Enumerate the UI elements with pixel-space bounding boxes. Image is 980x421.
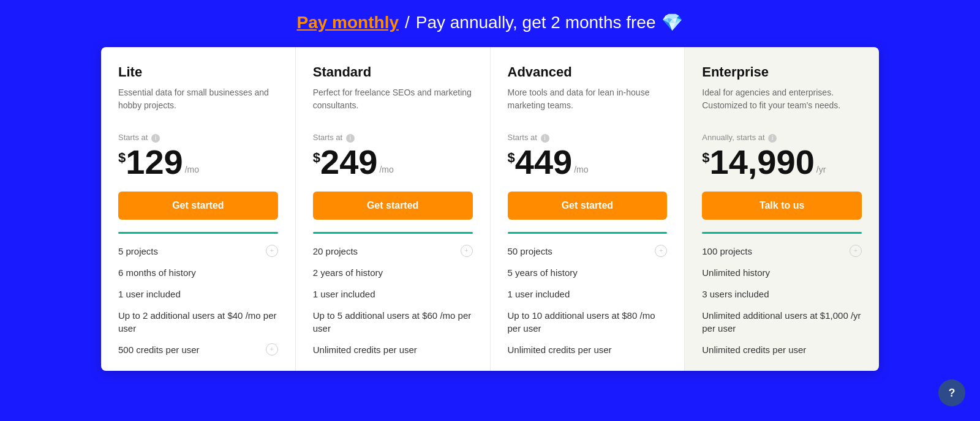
cta-button-lite[interactable]: Get started (118, 192, 278, 220)
plan-card-advanced: Advanced More tools and data for lean in… (491, 47, 685, 371)
help-button[interactable]: ? (938, 379, 965, 406)
plan-name: Advanced (508, 64, 668, 80)
price-period: /mo (185, 165, 199, 174)
price-info-icon[interactable]: i (346, 134, 355, 143)
plan-description: More tools and data for lean in-house ma… (508, 86, 668, 123)
feature-item: Unlimited credits per user (508, 343, 668, 356)
price-amount: 449 (515, 145, 572, 179)
feature-item: Up to 2 additional users at $40 /mo per … (118, 309, 278, 335)
feature-text: Up to 2 additional users at $40 /mo per … (118, 309, 278, 335)
feature-item: Unlimited credits per user (702, 343, 862, 356)
feature-text: Unlimited credits per user (702, 343, 862, 356)
feature-list: 50 projects + 5 years of history 1 user … (508, 245, 668, 356)
feature-text: Unlimited additional users at $1,000 /yr… (702, 309, 862, 335)
feature-item: 500 credits per user + (118, 343, 278, 356)
feature-text: Unlimited credits per user (508, 343, 668, 356)
feature-text: 1 user included (313, 288, 473, 300)
starts-at-label: Starts at i (118, 133, 278, 143)
starts-at-label: Starts at i (313, 133, 473, 143)
feature-info-icon[interactable]: + (266, 343, 278, 356)
pay-annually-link[interactable]: Pay annually, get 2 months free (416, 13, 656, 32)
feature-item: Unlimited credits per user (313, 343, 473, 356)
plan-name: Enterprise (702, 64, 862, 80)
feature-text: 2 years of history (313, 266, 473, 279)
price-info-icon[interactable]: i (541, 134, 549, 143)
starts-at-label: Annually, starts at i (702, 133, 862, 143)
feature-item: 5 years of history (508, 266, 668, 279)
header-separator: / (405, 13, 410, 32)
feature-text: 50 projects (508, 245, 650, 258)
feature-text: Up to 10 additional users at $80 /mo per… (508, 309, 668, 335)
feature-item: Unlimited additional users at $1,000 /yr… (702, 309, 862, 335)
price-dollar: $ (118, 150, 126, 166)
feature-info-icon[interactable]: + (266, 245, 278, 257)
feature-list: 20 projects + 2 years of history 1 user … (313, 245, 473, 356)
feature-text: Unlimited history (702, 266, 862, 279)
feature-text: 100 projects (702, 245, 845, 258)
plan-description: Perfect for freelance SEOs and marketing… (313, 86, 473, 123)
feature-item: 1 user included (313, 288, 473, 300)
feature-item: 6 months of history (118, 266, 278, 279)
feature-info-icon[interactable]: + (655, 245, 667, 257)
divider-bar (508, 232, 668, 234)
price-dollar: $ (508, 150, 515, 166)
feature-item: 1 user included (118, 288, 278, 300)
plan-description: Essential data for small businesses and … (118, 86, 278, 123)
price-amount: 249 (320, 145, 377, 179)
price-row: $ 249 /mo (313, 145, 473, 179)
price-dollar: $ (702, 150, 709, 166)
feature-text: Unlimited credits per user (313, 343, 473, 356)
cta-button-advanced[interactable]: Get started (508, 192, 668, 220)
price-row: $ 14,990 /yr (702, 145, 862, 179)
price-row: $ 129 /mo (118, 145, 278, 179)
divider-bar (702, 232, 862, 234)
plan-card-enterprise: Enterprise Ideal for agencies and enterp… (685, 47, 879, 371)
plan-card-lite: Lite Essential data for small businesses… (101, 47, 296, 371)
feature-item: 5 projects + (118, 245, 278, 258)
price-info-icon[interactable]: i (768, 134, 777, 143)
price-period: /yr (816, 165, 826, 174)
feature-item: 2 years of history (313, 266, 473, 279)
feature-item: 1 user included (508, 288, 668, 300)
feature-item: Up to 5 additional users at $60 /mo per … (313, 309, 473, 335)
price-info-icon[interactable]: i (151, 134, 160, 143)
feature-item: 100 projects + (702, 245, 862, 258)
diamond-icon: 💎 (662, 12, 683, 32)
price-dollar: $ (313, 150, 320, 166)
plan-description: Ideal for agencies and enterprises. Cust… (702, 86, 862, 123)
price-period: /mo (574, 165, 588, 174)
price-amount: 14,990 (710, 145, 815, 179)
feature-text: 1 user included (118, 288, 278, 300)
feature-text: 6 months of history (118, 266, 278, 279)
plans-container: Lite Essential data for small businesses… (101, 47, 879, 371)
price-amount: 129 (126, 145, 183, 179)
feature-item: Up to 10 additional users at $80 /mo per… (508, 309, 668, 335)
plan-name: Standard (313, 64, 473, 80)
feature-info-icon[interactable]: + (850, 245, 862, 257)
feature-text: 3 users included (702, 288, 862, 300)
price-period: /mo (379, 165, 393, 174)
feature-text: 5 projects (118, 245, 261, 258)
plan-card-standard: Standard Perfect for freelance SEOs and … (296, 47, 491, 371)
feature-text: 20 projects (313, 245, 456, 258)
feature-text: 1 user included (508, 288, 668, 300)
pricing-header: Pay monthly / Pay annually, get 2 months… (297, 12, 684, 32)
feature-item: 20 projects + (313, 245, 473, 258)
feature-text: 500 credits per user (118, 343, 261, 356)
feature-item: Unlimited history (702, 266, 862, 279)
price-row: $ 449 /mo (508, 145, 668, 179)
divider-bar (118, 232, 278, 234)
cta-button-standard[interactable]: Get started (313, 192, 473, 220)
feature-info-icon[interactable]: + (461, 245, 473, 257)
starts-at-label: Starts at i (508, 133, 668, 143)
divider-bar (313, 232, 473, 234)
plan-name: Lite (118, 64, 278, 80)
cta-button-enterprise[interactable]: Talk to us (702, 192, 862, 220)
feature-list: 100 projects + Unlimited history 3 users… (702, 245, 862, 356)
pay-monthly-link[interactable]: Pay monthly (297, 13, 399, 32)
feature-list: 5 projects + 6 months of history 1 user … (118, 245, 278, 356)
feature-item: 50 projects + (508, 245, 668, 258)
feature-item: 3 users included (702, 288, 862, 300)
feature-text: 5 years of history (508, 266, 668, 279)
feature-text: Up to 5 additional users at $60 /mo per … (313, 309, 473, 335)
